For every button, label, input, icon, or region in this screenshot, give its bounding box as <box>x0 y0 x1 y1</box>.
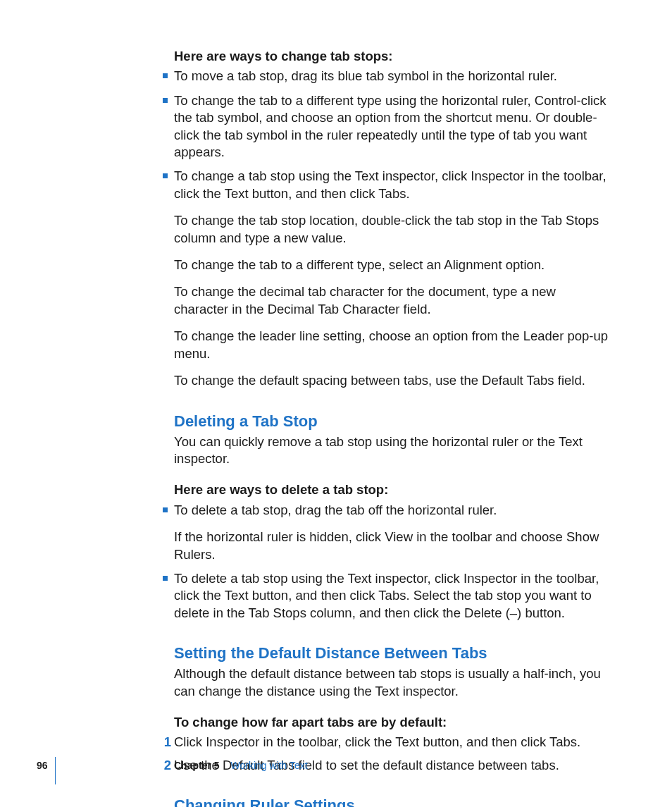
list-item-text: To change the decimal tab character for … <box>174 283 614 318</box>
page-number: 96 <box>37 759 48 772</box>
list-item-text: To change the tab stop location, double-… <box>174 212 614 247</box>
list-item-text: To change the tab to a different type us… <box>174 92 614 161</box>
list-item-text: To change the tab to a different type, s… <box>174 257 614 273</box>
step-item: 1 Click Inspector in the toolbar, click … <box>174 734 614 751</box>
document-page: Here are ways to change tab stops: To mo… <box>0 0 672 807</box>
heading-default-distance: Setting the Default Distance Between Tab… <box>174 643 614 663</box>
step-number: 1 <box>160 734 171 751</box>
list-item: To delete a tab stop using the Text insp… <box>174 570 614 622</box>
list-item-text: To change the leader line setting, choos… <box>174 328 614 362</box>
page-footer: 96 Chapter 5 Working with Text <box>0 759 672 779</box>
list-item: To move a tab stop, drag its blue tab sy… <box>174 68 614 85</box>
list-item-text: To change the default spacing between ta… <box>174 372 614 389</box>
list-item-text: If the horizontal ruler is hidden, click… <box>174 529 614 563</box>
section2-intro: You can quickly remove a tab stop using … <box>174 433 614 468</box>
list-item-text: To change a tab stop using the Text insp… <box>174 168 614 202</box>
list-item-text: To delete a tab stop using the Text insp… <box>174 570 614 622</box>
heading-deleting-tab-stop: Deleting a Tab Stop <box>174 411 614 431</box>
section1-lead: Here are ways to change tab stops: <box>174 48 614 65</box>
list-item: To change the tab to a different type us… <box>174 92 614 161</box>
list-item-text: To delete a tab stop, drag the tab off t… <box>174 502 614 519</box>
heading-ruler-settings: Changing Ruler Settings <box>174 795 614 807</box>
chapter-title: Working with Text <box>230 760 307 771</box>
list-item: To change a tab stop using the Text insp… <box>174 168 614 389</box>
section2-lead: Here are ways to delete a tab stop: <box>174 481 614 498</box>
section3-intro: Although the default distance between ta… <box>174 665 614 700</box>
list-item-text: To move a tab stop, drag its blue tab sy… <box>174 68 614 85</box>
section2-list: To delete a tab stop, drag the tab off t… <box>174 502 614 622</box>
list-item: To delete a tab stop, drag the tab off t… <box>174 502 614 563</box>
chapter-label: Chapter 5 <box>174 760 220 771</box>
footer-chapter: Chapter 5 Working with Text <box>174 759 308 772</box>
section1-list: To move a tab stop, drag its blue tab sy… <box>174 68 614 389</box>
footer-rule <box>55 757 56 784</box>
section3-lead: To change how far apart tabs are by defa… <box>174 714 614 731</box>
step-text: Click Inspector in the toolbar, click th… <box>174 734 580 749</box>
